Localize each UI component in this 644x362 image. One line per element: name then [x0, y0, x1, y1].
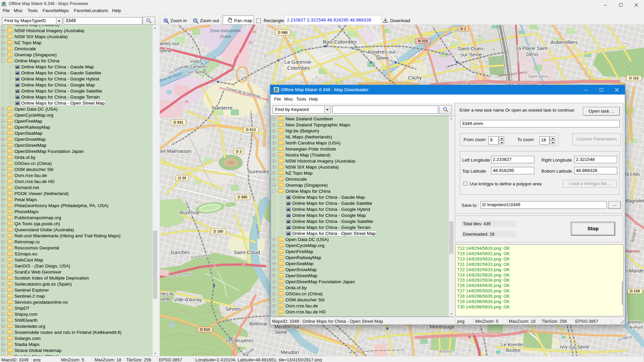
svg-text:Suresnes: Suresnes — [248, 169, 269, 174]
svg-text:2b: 2b — [252, 30, 256, 34]
svg-text:Bagnolet: Bagnolet — [625, 249, 640, 253]
svg-text:Denis: Denis — [526, 52, 538, 57]
svg-text:uette: uette — [160, 296, 171, 302]
svg-text:D 1: D 1 — [460, 27, 466, 31]
svg-text:Garches: Garches — [171, 249, 190, 255]
svg-text:sur-Seine: sur-Seine — [187, 70, 205, 74]
svg-text:D 913: D 913 — [246, 128, 256, 132]
svg-text:Sèvres: Sèvres — [225, 306, 241, 312]
svg-text:nes-la-: nes-la- — [160, 291, 175, 296]
svg-text:Zone industrielle: Zone industrielle — [210, 28, 241, 33]
svg-text:D 985: D 985 — [237, 195, 247, 199]
svg-text:Les Bruyères: Les Bruyères — [226, 338, 253, 343]
svg-text:sur-Seine: sur-Seine — [461, 52, 482, 57]
svg-text:Bois-Colombes: Bois-Colombes — [323, 39, 357, 45]
svg-text:D 986: D 986 — [278, 31, 287, 35]
svg-text:Ivry-sur-Seine: Ivry-sur-Seine — [560, 344, 589, 350]
svg-text:Ville-d'Avray: Ville-d'Avray — [174, 297, 202, 302]
svg-text:D 3: D 3 — [236, 149, 241, 154]
svg-text:Aubervilliers: Aubervilliers — [550, 39, 578, 45]
svg-text:Le Kremlin-: Le Kremlin- — [501, 342, 525, 347]
svg-text:Seine: Seine — [275, 329, 287, 335]
svg-text:Buzenval: Buzenval — [180, 210, 199, 215]
svg-text:D 39: D 39 — [178, 176, 186, 180]
svg-text:Meudon: Meudon — [281, 349, 299, 355]
svg-text:Colombes: Colombes — [287, 65, 310, 71]
svg-text:D 991: D 991 — [173, 120, 183, 124]
svg-text:rières-sur-: rières-sur- — [160, 41, 181, 46]
svg-text:Clichy: Clichy — [408, 75, 422, 80]
svg-text:1: 1 — [238, 52, 240, 56]
svg-text:Nanterre: Nanterre — [212, 105, 232, 111]
svg-text:36: 36 — [184, 100, 189, 104]
svg-text:2: 2 — [233, 346, 236, 350]
svg-text:Viaduc: Viaduc — [190, 59, 203, 64]
svg-text:La Plaine Saint-: La Plaine Saint- — [516, 46, 549, 51]
svg-text:Antony: Antony — [439, 349, 452, 354]
svg-text:Montrouge: Montrouge — [430, 324, 454, 329]
svg-text:t-Mandé: t-Mandé — [626, 268, 644, 274]
svg-text:de Carrières-: de Carrières- — [184, 64, 209, 69]
svg-text:Bicêtre: Bicêtre — [506, 348, 521, 353]
svg-text:D 158: D 158 — [630, 289, 640, 293]
svg-text:Bagnolet: Bagnolet — [626, 198, 644, 203]
svg-text:N 315: N 315 — [418, 39, 428, 43]
svg-text:D 180: D 180 — [213, 229, 223, 233]
svg-text:Meudon-sur-: Meudon-sur- — [274, 324, 301, 329]
svg-text:eil-Malmaison: eil-Malmaison — [160, 148, 192, 154]
svg-text:La Garenne-: La Garenne- — [284, 59, 313, 65]
svg-text:2a: 2a — [248, 40, 253, 44]
svg-text:1: 1 — [233, 82, 235, 86]
svg-text:Saint-Cloud: Saint-Cloud — [234, 249, 260, 255]
svg-text:es Lilas: es Lilas — [624, 171, 640, 177]
svg-text:Saint-Ouen-: Saint-Ouen- — [458, 46, 485, 51]
svg-text:le-Pont: le-Pont — [629, 325, 643, 330]
svg-text:Ouest: Ouest — [220, 34, 231, 39]
svg-text:Bellevue: Bellevue — [249, 321, 267, 326]
svg-text:arenton-: arenton- — [628, 319, 644, 324]
svg-text:4: 4 — [266, 98, 268, 102]
svg-text:D 115: D 115 — [629, 76, 639, 80]
svg-text:3: 3 — [243, 263, 245, 267]
svg-text:Seine: Seine — [160, 48, 172, 53]
svg-text:2: 2 — [235, 351, 237, 355]
svg-text:4: 4 — [214, 263, 216, 267]
svg-text:D 910: D 910 — [200, 327, 210, 331]
svg-text:Porte de Clignancourt: Porte de Clignancourt — [449, 81, 485, 85]
svg-text:Seine: Seine — [376, 55, 389, 61]
svg-text:Saint-Denis: Saint-Denis — [528, 74, 549, 79]
svg-text:Asnières-sur-: Asnières-sur- — [367, 49, 397, 55]
